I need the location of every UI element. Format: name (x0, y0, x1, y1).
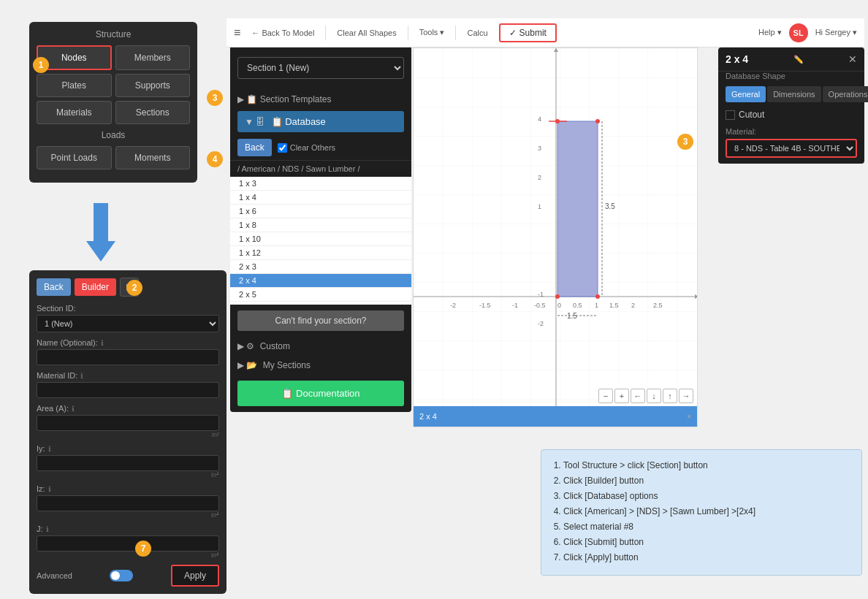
clear-all-shapes-button[interactable]: Clear All Shapes (337, 28, 396, 37)
svg-text:-1: -1 (512, 302, 518, 309)
svg-text:1: 1 (538, 203, 541, 210)
close-icon[interactable]: ✕ (848, 53, 857, 65)
name-field: Name (Optional): ℹ (37, 338, 219, 365)
tab-general[interactable]: General (726, 86, 766, 102)
structure-buttons: Nodes Members Plates Supports Materials … (37, 45, 190, 124)
hamburger-icon[interactable]: ≡ (234, 26, 240, 39)
apply-button[interactable]: Apply (171, 565, 219, 587)
back-to-model-button[interactable]: ← Back To Model (251, 28, 314, 37)
zoom-left-button[interactable]: ← (631, 389, 645, 403)
custom-option[interactable]: ▶ ⚙ Custom (230, 337, 411, 356)
section-list[interactable]: 1 x 31 x 41 x 61 x 81 x 101 x 122 x 32 x… (230, 177, 411, 305)
name-label: Name (Optional): ℹ (37, 338, 219, 347)
zoom-down-button[interactable]: ↓ (647, 389, 661, 403)
database-db-icon: 🗄 (256, 117, 264, 127)
loads-buttons: Point Loads Moments (37, 146, 190, 169)
list-item[interactable]: 2 x 5 (230, 288, 411, 302)
edit-icon[interactable]: ✏️ (793, 55, 804, 64)
cutout-checkbox[interactable] (726, 110, 735, 120)
loads-title: Loads (37, 130, 190, 140)
section-templates-option[interactable]: ▶ 📋 Section Templates (230, 91, 411, 108)
advanced-row: Advanced Apply (37, 565, 219, 587)
svg-text:-1.5: -1.5 (479, 302, 491, 309)
canvas-grid-svg: -2 -1.5 -1 -0.5 0 0.5 1 1.5 2 2.5 -2 -1 … (414, 48, 697, 427)
right-panel-tabs: General Dimensions Operations (718, 86, 864, 102)
j-label: J: ℹ (37, 524, 219, 533)
area-input[interactable] (37, 415, 219, 431)
user-avatar: SL (789, 23, 808, 42)
right-panel-header: 2 x 4 ✏️ ✕ (718, 47, 864, 72)
svg-text:4: 4 (538, 115, 541, 123)
submit-button[interactable]: ✓ Submit (499, 23, 557, 42)
cant-find-button[interactable]: Can't find your section? (237, 310, 404, 331)
list-item[interactable]: 2 x 3 (230, 260, 411, 274)
list-item[interactable]: 1 x 4 (230, 191, 411, 205)
point-loads-button[interactable]: Point Loads (37, 146, 112, 169)
arrow-head (86, 241, 115, 262)
editor-back-button[interactable]: Back (37, 278, 71, 296)
advanced-toggle[interactable] (110, 570, 133, 581)
svg-text:-2: -2 (538, 320, 544, 327)
user-greeting[interactable]: Hi Sergey ▾ (815, 28, 857, 37)
iz-field: Iz: ℹ in⁴ (37, 484, 219, 519)
my-sections-option[interactable]: ▶ 📂 My Sections (230, 356, 411, 375)
j-input[interactable] (37, 535, 219, 552)
iy-input[interactable] (37, 455, 219, 471)
material-id-input[interactable]: 1 (37, 382, 219, 398)
sections-button[interactable]: Sections (115, 101, 191, 124)
canvas-area: -2 -1.5 -1 -0.5 0 0.5 1 1.5 2 2.5 -2 -1 … (413, 47, 698, 427)
iz-input[interactable] (37, 495, 219, 511)
supports-button[interactable]: Supports (115, 74, 191, 97)
zoom-up-button[interactable]: ↑ (663, 389, 677, 403)
tab-operations[interactable]: Operations (823, 86, 868, 102)
tab-dimensions[interactable]: Dimensions (767, 86, 821, 102)
zoom-right-button[interactable]: → (679, 389, 693, 403)
clear-others-option[interactable]: Clear Others (278, 143, 335, 153)
svg-point-30 (595, 294, 600, 299)
builder-button[interactable]: Builder (75, 278, 116, 296)
list-item[interactable]: 1 x 8 (230, 218, 411, 232)
zoom-minus-button[interactable]: − (598, 389, 613, 403)
materials-button[interactable]: Materials (37, 101, 112, 124)
instruction-step: Click [Database] options (563, 489, 850, 503)
instruction-step: Tool Structure > click [Section] button (563, 459, 850, 472)
documentation-button[interactable]: 📋 Documentation (237, 381, 404, 406)
database-back-button[interactable]: Back (237, 139, 272, 156)
help-button[interactable]: Help ▾ (758, 28, 782, 37)
plates-button[interactable]: Plates (37, 74, 112, 97)
svg-text:3: 3 (538, 145, 541, 152)
section-id-select[interactable]: 1 (New) (37, 315, 219, 332)
instructions-list: Tool Structure > click [Section] buttonC… (552, 459, 850, 564)
list-item[interactable]: 1 x 12 (230, 246, 411, 260)
database-option[interactable]: ▼ 🗄 📋 Database (237, 111, 404, 132)
cutout-row: Cutout (718, 110, 864, 127)
section-select-container: Section 1 (New) (230, 45, 411, 91)
shape-title: 2 x 4 (726, 53, 748, 65)
iy-unit: in⁴ (37, 471, 219, 478)
area-info-icon: ℹ (72, 405, 75, 413)
list-item[interactable]: 1 x 10 (230, 232, 411, 246)
custom-icon: ⚙ (246, 341, 254, 351)
section-database-panel: Section 1 (New) ▶ 📋 Section Templates ▼ … (230, 45, 411, 412)
advanced-label: Advanced (37, 571, 72, 580)
instructions-box: Tool Structure > click [Section] buttonC… (541, 449, 862, 576)
badge-3-right: 3 (677, 134, 693, 150)
section-select[interactable]: Section 1 (New) (237, 57, 404, 79)
svg-point-29 (555, 294, 560, 299)
members-button[interactable]: Members (115, 45, 191, 70)
clear-others-checkbox[interactable] (278, 143, 287, 153)
iy-info-icon: ℹ (48, 445, 51, 453)
section-editor-panel: Back Builder ⊞ Section ID: 1 (New) Name … (29, 270, 226, 594)
iz-label: Iz: ℹ (37, 484, 219, 493)
list-item[interactable]: 1 x 6 (230, 205, 411, 218)
moments-button[interactable]: Moments (115, 146, 191, 169)
list-item[interactable]: 1 x 3 (230, 177, 411, 191)
material-select[interactable]: 8 - NDS - Table 4B - SOUTHERN P ▾ (726, 139, 857, 158)
zoom-plus-button[interactable]: + (614, 389, 629, 403)
area-field: Area (A): ℹ in² (37, 404, 219, 438)
list-item[interactable]: 2 x 4 (230, 274, 411, 288)
list-item[interactable]: 2 x 6 (230, 302, 411, 305)
tools-button[interactable]: Tools ▾ (419, 28, 445, 37)
name-input[interactable] (37, 349, 219, 365)
expand-icon: ▶ (237, 94, 244, 104)
